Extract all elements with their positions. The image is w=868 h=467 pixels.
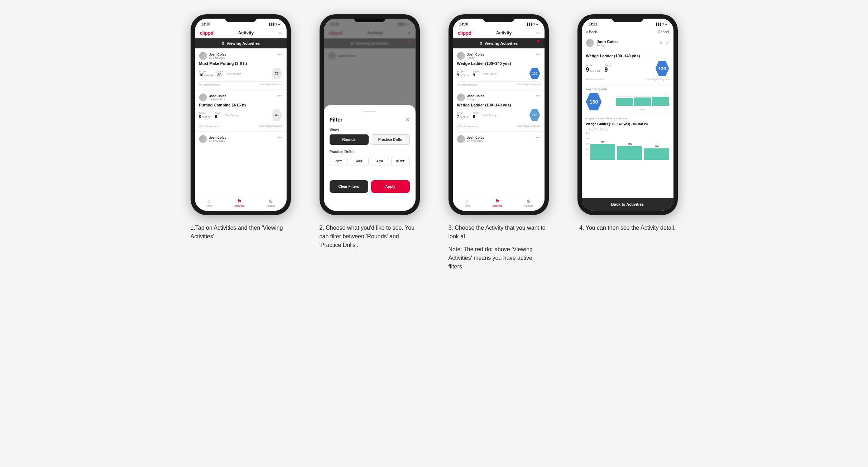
phone-notch-4 [612,14,644,22]
page-container: 13:20 ▐▐▐ ▾ ▪▪ clippd Activity ≡ ⚙ Vie [183,14,685,271]
user-date-3-1: Today [467,56,540,59]
edit-icon[interactable]: ✎ [659,40,663,46]
detail-activity-title: Wedge Ladder (100–140 yds) [586,54,669,58]
wifi-icon-4: ▾ [662,23,664,26]
avg-sq-label: Avg Shot Quality [586,87,669,91]
nav-capture-1[interactable]: ⊕ Capture [267,198,275,207]
score-block-1-1: Score 10 OUT OF [199,70,214,77]
activity-card-3-1[interactable]: Josh Coles Today ••• Wedge Ladder (100–1… [453,48,545,90]
signal-icon: ▐▐▐ [268,23,274,26]
practice-drills-btn[interactable]: Practice Drills [371,134,410,145]
back-button[interactable]: < Back [586,30,597,34]
activity-card-3-2[interactable]: Josh Coles Today ••• Wedge Ladder (100–1… [453,90,545,131]
nav-home-3[interactable]: ⌂ Home [464,198,470,207]
red-dot-3 [537,40,539,42]
wifi-icon: ▾ [275,23,277,26]
score-label-1-1: Score [199,70,214,73]
avatar-1-3 [199,135,207,143]
status-time-3: 13:20 [459,22,469,26]
drill-app[interactable]: APP [350,157,369,166]
card-menu-1-1[interactable]: ••• [278,52,282,57]
battery-icon-4: ▪▪ [665,23,667,26]
bottom-nav-1: ⌂ Home ⚑ Activities ⊕ Capture [195,196,287,211]
clear-filters-button[interactable]: Clear Filters [330,180,368,193]
card-title-3-1: Wedge Ladder (100–140 yds) [457,61,540,66]
phone-screen-1: 13:20 ▐▐▐ ▾ ▪▪ clippd Activity ≡ ⚙ Vie [195,19,287,211]
modal-handle [363,111,376,112]
user-date-1-2: 28 Feb 2023 [209,98,282,101]
caption-1: 1.Tap on Activities and then 'Viewing Ac… [191,224,291,241]
user-date-3-2: Today [467,98,540,101]
activity-card-1-1[interactable]: Josh Coles 28 Feb 2023 ••• Must Make Put… [195,48,287,90]
status-time-1: 13:20 [201,22,211,26]
wifi-icon-3: ▾ [533,23,535,26]
user-name-1-3: Josh Coles [209,136,282,139]
mini-bar-1 [616,98,633,106]
sq-badge-3-1: 130 [529,68,540,79]
test-info-1-1: ⓘ Test Information [199,83,220,87]
capture-icon-3: ⊕ [527,198,531,204]
caption-3-note: Note: The red dot above 'Viewing Activit… [449,245,549,271]
cancel-button[interactable]: Cancel [658,30,669,34]
bar-chart-bars: 132 129 [590,132,669,161]
bottom-nav-3: ⌂ Home ⚑ Activities ⊕ Capture [453,196,545,211]
detail-shots-stat: Shots 9 [604,64,611,73]
ps-breadcrumb: Player Activity > Practice Session [586,117,669,120]
viewing-activities-label-1: Viewing Activities [227,41,260,46]
expand-icon[interactable]: ⤢ [666,40,669,46]
back-to-activities-button[interactable]: Back to Activities [582,198,673,211]
mini-bar-2 [634,97,651,106]
detail-data-source: Data: Clippd Capture [646,78,669,81]
user-row-1-2: Josh Coles 28 Feb 2023 ••• [199,94,282,101]
drill-arg[interactable]: ARG [371,157,389,166]
mini-chart-label: APP [616,108,669,111]
nav-title-3: Activity [496,30,512,35]
nav-title-1: Activity [238,30,254,35]
user-date-1-1: 28 Feb 2023 [209,56,282,59]
card-title-1-2: Putting Combine (3-15 ft) [199,103,282,107]
nav-activities-1[interactable]: ⚑ Activities [235,198,245,207]
avg-sq-section: Avg Shot Quality 130 130 100 50 0 [582,85,673,114]
mini-chart: 130 100 50 0 APP [605,93,669,111]
drill-ott[interactable]: OTT [330,157,348,166]
filter-modal-overlay: Filter ✕ Show Rounds Practice Drills Pra… [324,19,416,211]
sq-badge-1-1: 75 [272,68,282,79]
battery-icon: ▪▪ [278,23,280,26]
shots-value-1-1: 20 [217,73,224,77]
status-icons-3: ▐▐▐ ▾ ▪▪ [526,23,538,26]
step-3-column: 13:20 ▐▐▐ ▾ ▪▪ clippd Activity ≡ ⚙ Vie [441,14,556,271]
show-label: Show [330,128,410,132]
filter-icon-1: ⚙ [221,42,225,46]
activity-card-3-3[interactable]: Josh Coles 28 Feb 2023 ••• [453,132,545,196]
shots-block-1-1: Shots 20 [217,70,224,77]
card-menu-1-2[interactable]: ••• [278,94,282,99]
viewing-banner-1[interactable]: ⚙ Viewing Activities [195,38,287,48]
battery-icon-3: ▪▪ [536,23,538,26]
card-stats-1-2: Score 0 OUT OF Shots 9 [199,109,282,121]
viewing-banner-3[interactable]: ⚙ Viewing Activities [453,38,545,48]
rounds-btn[interactable]: Rounds [330,134,369,145]
apply-button[interactable]: Apply [371,180,410,193]
detail-user-info: Josh Coles Today [597,39,656,47]
nav-home-1[interactable]: ⌂ Home [206,198,212,207]
screen-content-3: Josh Coles Today ••• Wedge Ladder (100–1… [453,48,545,196]
activity-card-1-3[interactable]: Josh Coles 28 Feb 2023 ••• [195,132,287,196]
nav-capture-3[interactable]: ⊕ Capture [524,198,533,207]
caption-4: 4. You can then see the Activity detail. [579,224,676,232]
nav-activities-3[interactable]: ⚑ Activities [493,198,503,207]
activity-card-1-2[interactable]: Josh Coles 28 Feb 2023 ••• Putting Combi… [195,90,287,131]
user-name-3-1: Josh Coles [467,53,540,56]
user-name-3-3: Josh Coles [467,136,540,139]
activities-icon-1: ⚑ [237,198,242,204]
mini-bar-3 [652,97,669,106]
modal-close-button[interactable]: ✕ [406,117,410,123]
phone-notch-3 [483,14,515,22]
step-4-column: 13:21 ▐▐▐ ▾ ▪▪ < Back Cancel Josh [570,14,685,271]
shots-label-1-1: Shots [217,70,224,73]
user-row-1-1: Josh Coles 28 Feb 2023 ••• [199,52,282,60]
bar-chart: 140 120 100 80 60 132 [586,132,669,161]
caption-2: 2. Choose what you'd like to see. You ca… [320,224,420,249]
card-menu-1-3[interactable]: ••• [278,135,282,140]
drill-putt[interactable]: PUTT [391,157,410,166]
step-2-column: 13:21 ▐▐▐ ▾ ▪▪ clippd Activity ≡ ⚙ Vie [312,14,427,271]
